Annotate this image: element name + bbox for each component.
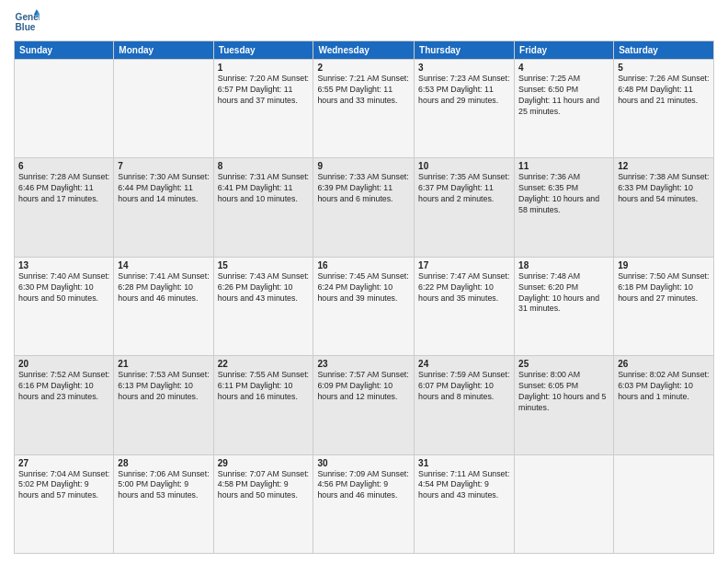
calendar-header-monday: Monday — [114, 41, 213, 60]
calendar-week-4: 20Sunrise: 7:52 AM Sunset: 6:16 PM Dayli… — [15, 356, 714, 454]
day-detail: Sunrise: 7:28 AM Sunset: 6:46 PM Dayligh… — [18, 172, 109, 205]
calendar-header-wednesday: Wednesday — [313, 41, 415, 60]
calendar-cell: 26Sunrise: 8:02 AM Sunset: 6:03 PM Dayli… — [614, 356, 714, 454]
calendar-cell: 12Sunrise: 7:38 AM Sunset: 6:33 PM Dayli… — [614, 158, 714, 257]
day-detail: Sunrise: 7:31 AM Sunset: 6:41 PM Dayligh… — [218, 172, 310, 205]
day-number: 14 — [118, 260, 209, 270]
day-detail: Sunrise: 7:07 AM Sunset: 4:58 PM Dayligh… — [218, 469, 310, 502]
day-number: 22 — [218, 359, 310, 369]
day-detail: Sunrise: 7:55 AM Sunset: 6:11 PM Dayligh… — [218, 370, 310, 403]
day-number: 6 — [18, 161, 109, 171]
day-detail: Sunrise: 7:33 AM Sunset: 6:39 PM Dayligh… — [317, 172, 410, 205]
day-number: 2 — [317, 63, 410, 73]
day-number: 15 — [218, 260, 310, 270]
day-detail: Sunrise: 7:25 AM Sunset: 6:50 PM Dayligh… — [518, 74, 609, 118]
calendar-header-friday: Friday — [515, 41, 614, 60]
day-detail: Sunrise: 7:45 AM Sunset: 6:24 PM Dayligh… — [317, 271, 410, 304]
day-detail: Sunrise: 7:53 AM Sunset: 6:13 PM Dayligh… — [118, 370, 209, 403]
day-number: 19 — [618, 260, 710, 270]
day-detail: Sunrise: 7:47 AM Sunset: 6:22 PM Dayligh… — [418, 271, 510, 304]
calendar-cell: 28Sunrise: 7:06 AM Sunset: 5:00 PM Dayli… — [114, 454, 213, 553]
day-detail: Sunrise: 7:48 AM Sunset: 6:20 PM Dayligh… — [518, 271, 609, 316]
calendar-week-1: 1Sunrise: 7:20 AM Sunset: 6:57 PM Daylig… — [15, 60, 714, 158]
day-detail: Sunrise: 8:00 AM Sunset: 6:05 PM Dayligh… — [518, 370, 609, 414]
day-number: 30 — [317, 458, 410, 468]
day-detail: Sunrise: 7:26 AM Sunset: 6:48 PM Dayligh… — [618, 74, 710, 107]
calendar-cell — [515, 454, 614, 553]
calendar-week-2: 6Sunrise: 7:28 AM Sunset: 6:46 PM Daylig… — [15, 158, 714, 257]
calendar-cell: 10Sunrise: 7:35 AM Sunset: 6:37 PM Dayli… — [415, 158, 515, 257]
day-detail: Sunrise: 7:40 AM Sunset: 6:30 PM Dayligh… — [18, 271, 109, 304]
calendar-cell: 1Sunrise: 7:20 AM Sunset: 6:57 PM Daylig… — [213, 60, 313, 158]
calendar-cell: 19Sunrise: 7:50 AM Sunset: 6:18 PM Dayli… — [614, 257, 714, 355]
calendar-cell: 14Sunrise: 7:41 AM Sunset: 6:28 PM Dayli… — [114, 257, 213, 355]
calendar-header-thursday: Thursday — [415, 41, 515, 60]
calendar-cell — [15, 60, 114, 158]
calendar-cell: 11Sunrise: 7:36 AM Sunset: 6:35 PM Dayli… — [515, 158, 614, 257]
calendar-cell — [114, 60, 213, 158]
day-number: 8 — [218, 161, 310, 171]
day-number: 10 — [418, 161, 510, 171]
day-number: 3 — [418, 63, 510, 73]
day-detail: Sunrise: 7:38 AM Sunset: 6:33 PM Dayligh… — [618, 172, 710, 205]
calendar-cell: 15Sunrise: 7:43 AM Sunset: 6:26 PM Dayli… — [213, 257, 313, 355]
calendar-cell: 23Sunrise: 7:57 AM Sunset: 6:09 PM Dayli… — [313, 356, 415, 454]
day-detail: Sunrise: 7:59 AM Sunset: 6:07 PM Dayligh… — [418, 370, 510, 403]
svg-text:Blue: Blue — [16, 22, 36, 32]
day-number: 13 — [18, 260, 109, 270]
calendar-cell: 13Sunrise: 7:40 AM Sunset: 6:30 PM Dayli… — [15, 257, 114, 355]
calendar-header-saturday: Saturday — [614, 41, 714, 60]
calendar: SundayMondayTuesdayWednesdayThursdayFrid… — [14, 40, 714, 554]
day-number: 28 — [118, 458, 209, 468]
day-detail: Sunrise: 7:30 AM Sunset: 6:44 PM Dayligh… — [118, 172, 209, 205]
day-number: 20 — [18, 359, 109, 369]
calendar-cell: 24Sunrise: 7:59 AM Sunset: 6:07 PM Dayli… — [415, 356, 515, 454]
calendar-cell: 31Sunrise: 7:11 AM Sunset: 4:54 PM Dayli… — [415, 454, 515, 553]
day-number: 29 — [218, 458, 310, 468]
calendar-cell: 4Sunrise: 7:25 AM Sunset: 6:50 PM Daylig… — [515, 60, 614, 158]
calendar-cell — [614, 454, 714, 553]
calendar-cell: 29Sunrise: 7:07 AM Sunset: 4:58 PM Dayli… — [213, 454, 313, 553]
day-detail: Sunrise: 7:20 AM Sunset: 6:57 PM Dayligh… — [218, 74, 310, 107]
calendar-header-row: SundayMondayTuesdayWednesdayThursdayFrid… — [15, 41, 714, 60]
calendar-cell: 20Sunrise: 7:52 AM Sunset: 6:16 PM Dayli… — [15, 356, 114, 454]
day-detail: Sunrise: 7:57 AM Sunset: 6:09 PM Dayligh… — [317, 370, 410, 403]
calendar-cell: 21Sunrise: 7:53 AM Sunset: 6:13 PM Dayli… — [114, 356, 213, 454]
calendar-cell: 2Sunrise: 7:21 AM Sunset: 6:55 PM Daylig… — [313, 60, 415, 158]
day-detail: Sunrise: 7:36 AM Sunset: 6:35 PM Dayligh… — [518, 172, 609, 216]
day-detail: Sunrise: 7:41 AM Sunset: 6:28 PM Dayligh… — [118, 271, 209, 304]
calendar-cell: 27Sunrise: 7:04 AM Sunset: 5:02 PM Dayli… — [15, 454, 114, 553]
day-detail: Sunrise: 7:50 AM Sunset: 6:18 PM Dayligh… — [618, 271, 710, 304]
day-number: 4 — [518, 63, 609, 73]
day-number: 7 — [118, 161, 209, 171]
day-detail: Sunrise: 7:06 AM Sunset: 5:00 PM Dayligh… — [118, 469, 209, 502]
calendar-cell: 6Sunrise: 7:28 AM Sunset: 6:46 PM Daylig… — [15, 158, 114, 257]
day-number: 18 — [518, 260, 609, 270]
calendar-week-3: 13Sunrise: 7:40 AM Sunset: 6:30 PM Dayli… — [15, 257, 714, 355]
calendar-cell: 5Sunrise: 7:26 AM Sunset: 6:48 PM Daylig… — [614, 60, 714, 158]
day-number: 27 — [18, 458, 109, 468]
day-number: 17 — [418, 260, 510, 270]
day-detail: Sunrise: 7:23 AM Sunset: 6:53 PM Dayligh… — [418, 74, 510, 107]
calendar-cell: 8Sunrise: 7:31 AM Sunset: 6:41 PM Daylig… — [213, 158, 313, 257]
day-number: 25 — [518, 359, 609, 369]
logo-icon: General Blue — [14, 9, 40, 35]
day-number: 26 — [618, 359, 710, 369]
day-number: 16 — [317, 260, 410, 270]
header: General Blue — [14, 9, 714, 35]
calendar-cell: 30Sunrise: 7:09 AM Sunset: 4:56 PM Dayli… — [313, 454, 415, 553]
calendar-cell: 16Sunrise: 7:45 AM Sunset: 6:24 PM Dayli… — [313, 257, 415, 355]
calendar-week-5: 27Sunrise: 7:04 AM Sunset: 5:02 PM Dayli… — [15, 454, 714, 553]
day-detail: Sunrise: 7:35 AM Sunset: 6:37 PM Dayligh… — [418, 172, 510, 205]
day-number: 21 — [118, 359, 209, 369]
day-detail: Sunrise: 7:04 AM Sunset: 5:02 PM Dayligh… — [18, 469, 109, 502]
calendar-cell: 22Sunrise: 7:55 AM Sunset: 6:11 PM Dayli… — [213, 356, 313, 454]
calendar-cell: 9Sunrise: 7:33 AM Sunset: 6:39 PM Daylig… — [313, 158, 415, 257]
day-number: 12 — [618, 161, 710, 171]
day-number: 9 — [317, 161, 410, 171]
logo: General Blue — [14, 9, 43, 35]
day-number: 31 — [418, 458, 510, 468]
day-number: 5 — [618, 63, 710, 73]
day-number: 11 — [518, 161, 609, 171]
day-number: 1 — [218, 63, 310, 73]
